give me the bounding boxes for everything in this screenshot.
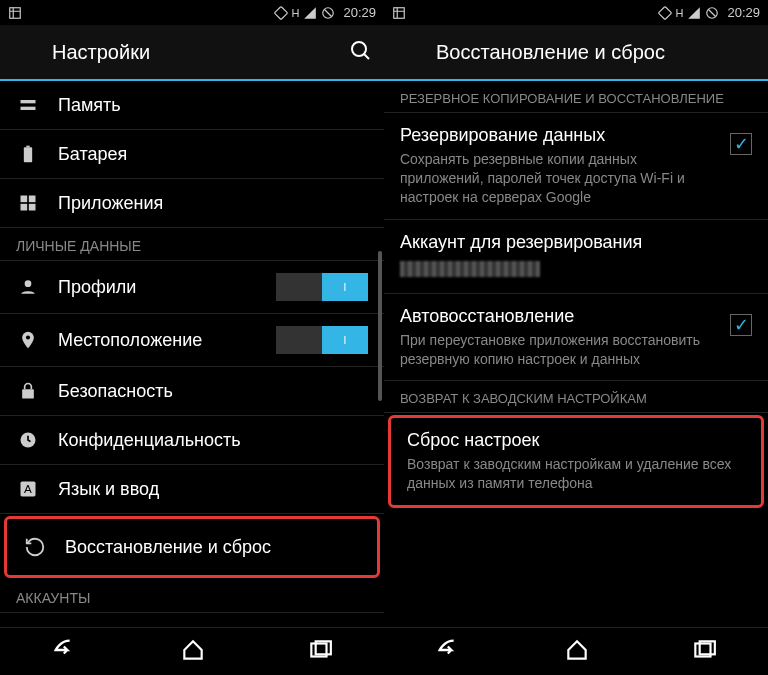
svg-rect-11: [29, 196, 36, 203]
settings-gear-icon[interactable]: [12, 38, 40, 66]
list-item-memory[interactable]: Память: [0, 81, 384, 130]
svg-rect-9: [26, 146, 29, 148]
settings-gear-icon[interactable]: [396, 38, 424, 66]
action-bar: Настройки: [0, 25, 384, 81]
block-backup-account[interactable]: Аккаунт для резервирования: [384, 220, 768, 294]
home-icon[interactable]: [180, 637, 206, 667]
nfc-icon: [274, 6, 288, 20]
signal-icon: [687, 6, 701, 20]
block-subtitle: Сохранять резервные копии данных приложе…: [400, 150, 718, 207]
search-icon[interactable]: [348, 38, 372, 66]
section-backup-header: РЕЗЕРВНОЕ КОПИРОВАНИЕ И ВОССТАНОВЛЕНИЕ: [384, 81, 768, 113]
svg-rect-8: [24, 147, 32, 162]
svg-rect-10: [21, 196, 28, 203]
back-icon[interactable]: [51, 636, 79, 668]
svg-rect-1: [274, 6, 287, 19]
section-accounts: АККАУНТЫ: [0, 580, 384, 613]
svg-rect-0: [10, 7, 21, 18]
section-reset-header: ВОЗВРАТ К ЗАВОДСКИМ НАСТРОЙКАМ: [384, 381, 768, 413]
svg-rect-23: [658, 6, 671, 19]
item-label: Батарея: [58, 144, 368, 165]
section-personal: ЛИЧНЫЕ ДАННЫЕ: [0, 228, 384, 261]
svg-text:A: A: [24, 482, 32, 495]
screenshot-indicator-icon: [392, 6, 406, 20]
list-item-profiles[interactable]: Профили I: [0, 261, 384, 314]
highlight-factory-reset: Сброс настроек Возврат к заводским настр…: [388, 415, 764, 508]
list-item-google[interactable]: g Google: [0, 613, 384, 627]
toggle-on-label: I: [322, 273, 368, 301]
clock: 20:29: [343, 5, 376, 20]
no-sim-icon: [705, 6, 719, 20]
svg-point-4: [352, 42, 366, 56]
battery-icon: [16, 142, 40, 166]
backup-reset-list[interactable]: РЕЗЕРВНОЕ КОПИРОВАНИЕ И ВОССТАНОВЛЕНИЕ Р…: [384, 81, 768, 627]
account-email-censored: [400, 261, 540, 277]
phone-right: H 20:29 Восстановление и сброс РЕЗЕРВНОЕ…: [384, 0, 768, 675]
action-bar-title: Восстановление и сброс: [436, 41, 756, 64]
svg-rect-12: [21, 204, 28, 211]
signal-type-label: H: [676, 7, 684, 19]
block-autorestore[interactable]: Автовосстановление При переустановке при…: [384, 294, 768, 382]
item-label: Безопасность: [58, 381, 368, 402]
nfc-icon: [658, 6, 672, 20]
block-title: Резервирование данных: [400, 125, 718, 146]
language-icon: A: [16, 477, 40, 501]
block-subtitle: При переустановке приложения восстановит…: [400, 331, 718, 369]
item-label: Память: [58, 95, 368, 116]
svg-point-14: [25, 280, 32, 287]
action-bar: Восстановление и сброс: [384, 25, 768, 81]
apps-icon: [16, 191, 40, 215]
item-label: Местоположение: [58, 330, 258, 351]
checkbox-autorestore[interactable]: ✓: [730, 314, 752, 336]
block-title: Аккаунт для резервирования: [400, 232, 752, 253]
list-item-apps[interactable]: Приложения: [0, 179, 384, 228]
item-label: Восстановление и сброс: [65, 537, 361, 558]
list-item-privacy[interactable]: Конфиденциальность: [0, 416, 384, 465]
toggle-location[interactable]: I: [276, 326, 368, 354]
screenshot-indicator-icon: [8, 6, 22, 20]
svg-line-3: [325, 9, 332, 16]
profiles-icon: [16, 275, 40, 299]
block-title: Сброс настроек: [407, 430, 745, 451]
restore-icon: [23, 535, 47, 559]
svg-rect-7: [21, 107, 36, 110]
list-item-battery[interactable]: Батарея: [0, 130, 384, 179]
svg-rect-13: [29, 204, 36, 211]
list-item-location[interactable]: Местоположение I: [0, 314, 384, 367]
toggle-on-label: I: [322, 326, 368, 354]
toggle-profiles[interactable]: I: [276, 273, 368, 301]
nav-bar: [0, 627, 384, 675]
item-label: Профили: [58, 277, 258, 298]
nav-bar: [384, 627, 768, 675]
home-icon[interactable]: [564, 637, 590, 667]
list-item-backup-reset[interactable]: Восстановление и сброс: [7, 519, 377, 575]
no-sim-icon: [321, 6, 335, 20]
block-backup-data[interactable]: Резервирование данных Сохранять резервны…: [384, 113, 768, 220]
block-subtitle: Возврат к заводским настройкам и удалени…: [407, 455, 745, 493]
lock-icon: [16, 379, 40, 403]
memory-icon: [16, 93, 40, 117]
location-icon: [16, 328, 40, 352]
scrollbar[interactable]: [378, 251, 382, 401]
svg-line-25: [709, 9, 716, 16]
checkbox-backup-data[interactable]: ✓: [730, 133, 752, 155]
block-title: Автовосстановление: [400, 306, 718, 327]
settings-list[interactable]: Память Батарея Приложения ЛИЧНЫЕ ДАННЫЕ …: [0, 81, 384, 627]
item-label: Конфиденциальность: [58, 430, 368, 451]
status-bar: H 20:29: [0, 0, 384, 25]
svg-rect-6: [21, 100, 36, 103]
svg-rect-22: [394, 7, 405, 18]
back-icon[interactable]: [435, 636, 463, 668]
list-item-language[interactable]: A Язык и ввод: [0, 465, 384, 514]
privacy-icon: [16, 428, 40, 452]
svg-point-15: [26, 335, 30, 339]
recent-icon[interactable]: [307, 637, 333, 667]
block-factory-reset[interactable]: Сброс настроек Возврат к заводским настр…: [391, 418, 761, 505]
signal-icon: [303, 6, 317, 20]
svg-rect-16: [22, 389, 34, 398]
highlight-backup-reset: Восстановление и сброс: [4, 516, 380, 578]
svg-line-5: [364, 54, 369, 59]
clock: 20:29: [727, 5, 760, 20]
recent-icon[interactable]: [691, 637, 717, 667]
list-item-security[interactable]: Безопасность: [0, 367, 384, 416]
